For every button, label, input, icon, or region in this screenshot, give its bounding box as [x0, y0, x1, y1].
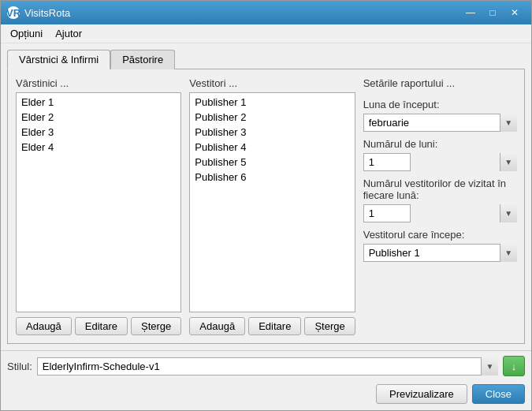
window-title: VisitsRota — [24, 7, 70, 19]
publishers-delete-button[interactable]: Șterge — [304, 317, 355, 335]
list-item[interactable]: Elder 2 — [18, 110, 179, 125]
preview-button[interactable]: Previzualizare — [376, 384, 467, 404]
month-count-group: Numărul de luni: 1 ▼ — [363, 138, 517, 171]
month-count-dropdown[interactable]: 1 — [363, 153, 411, 171]
list-item[interactable]: Elder 3 — [18, 125, 179, 140]
visits-arrow-icon: ▼ — [500, 204, 517, 222]
footer-buttons: Previzualizare Close — [1, 381, 531, 410]
window-content: Vârstnici & Infirmi Păstorire Vârstinici… — [1, 43, 531, 350]
style-dropdown[interactable]: ElderlyInfirm-Schedule-v1 — [37, 357, 498, 376]
tab-pastorire[interactable]: Păstorire — [110, 50, 175, 69]
list-item[interactable]: Publisher 6 — [192, 170, 352, 185]
publishers-add-button[interactable]: Adaugă — [189, 317, 245, 335]
visits-per-month-label: Numărul vestitorilor de vizitat în fieca… — [363, 177, 517, 201]
month-count-arrow-icon: ▼ — [500, 153, 517, 171]
style-label: Stilul: — [7, 361, 32, 372]
bottom-bar: Stilul: ElderlyInfirm-Schedule-v1 ▼ ↓ — [1, 350, 531, 381]
visits-per-month-group: Numărul vestitorilor de vizitat în fieca… — [363, 177, 517, 222]
start-month-label: Luna de început: — [363, 99, 517, 110]
elders-delete-button[interactable]: Șterge — [131, 317, 181, 335]
visits-per-month-dropdown[interactable]: 1 — [363, 204, 411, 222]
list-item[interactable]: Elder 4 — [18, 140, 179, 155]
title-controls: — □ ✕ — [460, 5, 525, 21]
list-item[interactable]: Publisher 3 — [192, 125, 352, 140]
publishers-label: Vestitori ... — [189, 77, 355, 89]
close-button[interactable]: ✕ — [504, 5, 525, 21]
elders-label: Vârstinici ... — [16, 77, 181, 89]
elders-listbox[interactable]: Elder 1 Elder 2 Elder 3 Elder 4 — [16, 92, 181, 312]
tabs: Vârstnici & Infirmi Păstorire — [7, 50, 525, 69]
minimize-button[interactable]: — — [460, 5, 481, 21]
list-item[interactable]: Elder 1 — [18, 95, 179, 110]
elders-buttons: Adaugă Editare Șterge — [16, 317, 181, 335]
tab-content: Vârstinici ... Elder 1 Elder 2 Elder 3 E… — [7, 69, 525, 344]
menu-bar: Opțiuni Ajutor — [1, 24, 531, 43]
elders-edit-button[interactable]: Editare — [75, 317, 128, 335]
starting-publisher-label: Vestitorul care începe: — [363, 229, 517, 241]
tab-varstnici[interactable]: Vârstnici & Infirmi — [7, 50, 110, 69]
visits-dropdown-wrapper: 1 ▼ — [363, 204, 517, 222]
title-bar-left: VR VisitsRota — [7, 6, 70, 19]
maximize-button[interactable]: □ — [482, 5, 503, 21]
elders-add-button[interactable]: Adaugă — [16, 317, 72, 335]
close-dialog-button[interactable]: Close — [472, 384, 525, 404]
start-month-group: Luna de început: februarie ▼ — [363, 99, 517, 132]
starting-publisher-group: Vestitorul care începe: Publisher 1 ▼ — [363, 229, 517, 262]
publishers-edit-button[interactable]: Editare — [248, 317, 301, 335]
starting-publisher-dropdown[interactable]: Publisher 1 — [363, 244, 517, 262]
style-dropdown-wrapper: ElderlyInfirm-Schedule-v1 ▼ — [37, 357, 498, 376]
title-bar: VR VisitsRota — □ ✕ — [1, 1, 531, 24]
list-item[interactable]: Publisher 4 — [192, 140, 352, 155]
app-icon: VR — [7, 6, 20, 19]
main-area: Vârstinici ... Elder 1 Elder 2 Elder 3 E… — [16, 77, 516, 335]
publishers-listbox[interactable]: Publisher 1 Publisher 2 Publisher 3 Publ… — [189, 92, 355, 312]
menu-optiuni[interactable]: Opțiuni — [4, 24, 49, 43]
month-count-label: Numărul de luni: — [363, 138, 517, 150]
menu-ajutor[interactable]: Ajutor — [49, 24, 88, 43]
elders-panel: Vârstinici ... Elder 1 Elder 2 Elder 3 E… — [16, 77, 181, 335]
export-button[interactable]: ↓ — [503, 356, 525, 376]
publishers-panel: Vestitori ... Publisher 1 Publisher 2 Pu… — [189, 77, 355, 335]
main-window: VR VisitsRota — □ ✕ Opțiuni Ajutor Vârst… — [0, 0, 532, 411]
start-month-dropdown-wrapper: februarie ▼ — [363, 114, 517, 132]
list-item[interactable]: Publisher 1 — [192, 95, 352, 110]
start-month-dropdown[interactable]: februarie — [363, 114, 517, 132]
month-count-dropdown-wrapper: 1 ▼ — [363, 153, 517, 171]
publishers-buttons: Adaugă Editare Șterge — [189, 317, 355, 335]
list-item[interactable]: Publisher 2 — [192, 110, 352, 125]
settings-panel: Setările raportului ... Luna de început:… — [363, 77, 517, 335]
starting-publisher-dropdown-wrapper: Publisher 1 ▼ — [363, 244, 517, 262]
settings-title: Setările raportului ... — [363, 77, 517, 89]
export-icon: ↓ — [512, 361, 517, 372]
list-item[interactable]: Publisher 5 — [192, 155, 352, 170]
